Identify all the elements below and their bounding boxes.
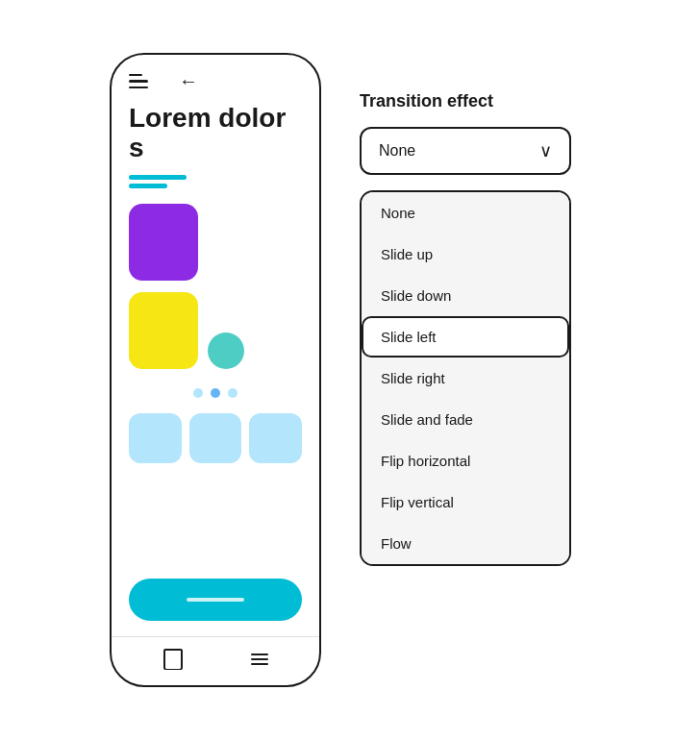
dropdown-item-flip-horizontal[interactable]: Flip horizontal [362, 440, 569, 481]
card-1 [129, 413, 182, 463]
phone-title: Lorem dolor s [112, 100, 319, 171]
phone-bottom-nav [112, 636, 319, 685]
content-row-top [129, 204, 302, 281]
card-2 [189, 413, 242, 463]
dropdown-item-flow[interactable]: Flow [362, 523, 569, 564]
hamburger-icon[interactable] [129, 74, 148, 89]
nav-menu-icon[interactable] [251, 654, 268, 665]
dot-2 [211, 388, 220, 398]
bookmark-icon[interactable] [163, 649, 183, 670]
panel-title: Transition effect [360, 91, 590, 111]
dropdown-selected-value: None [379, 142, 415, 160]
phone-wrapper: ← Lorem dolor s [110, 53, 321, 687]
pagination-dots [129, 381, 302, 402]
cards-row [129, 413, 302, 463]
yellow-block [129, 292, 198, 369]
dropdown-item-flip-vertical[interactable]: Flip vertical [362, 481, 569, 523]
dropdown-item-none[interactable]: None [362, 192, 569, 234]
dropdown-trigger[interactable]: None ∨ [360, 127, 571, 175]
cyan-accent-lines [112, 171, 319, 196]
chevron-down-icon: ∨ [539, 140, 552, 161]
purple-block-small [129, 204, 198, 281]
dropdown-item-slide-and-fade[interactable]: Slide and fade [362, 399, 569, 440]
back-arrow-icon[interactable]: ← [179, 70, 198, 92]
dropdown-list: None Slide up Slide down Slide left Slid… [360, 190, 571, 566]
right-panel: Transition effect None ∨ None Slide up S… [360, 53, 590, 566]
phone-content-area [112, 196, 319, 571]
teal-circle [208, 333, 244, 369]
dropdown-item-slide-right[interactable]: Slide right [362, 358, 569, 399]
dropdown-item-slide-left[interactable]: Slide left [362, 316, 569, 358]
cyan-line-1 [129, 175, 187, 180]
cta-button[interactable] [129, 579, 302, 621]
phone-mockup: ← Lorem dolor s [110, 53, 321, 687]
dot-1 [193, 388, 203, 398]
cyan-line-2 [129, 184, 167, 188]
cta-button-line [187, 598, 244, 602]
dropdown-item-slide-up[interactable]: Slide up [362, 234, 569, 275]
card-3 [249, 413, 302, 463]
dot-3 [228, 388, 238, 398]
phone-header: ← [112, 55, 319, 100]
dropdown-item-slide-down[interactable]: Slide down [362, 275, 569, 316]
content-row-middle [129, 292, 302, 369]
main-container: ← Lorem dolor s [90, 34, 610, 706]
